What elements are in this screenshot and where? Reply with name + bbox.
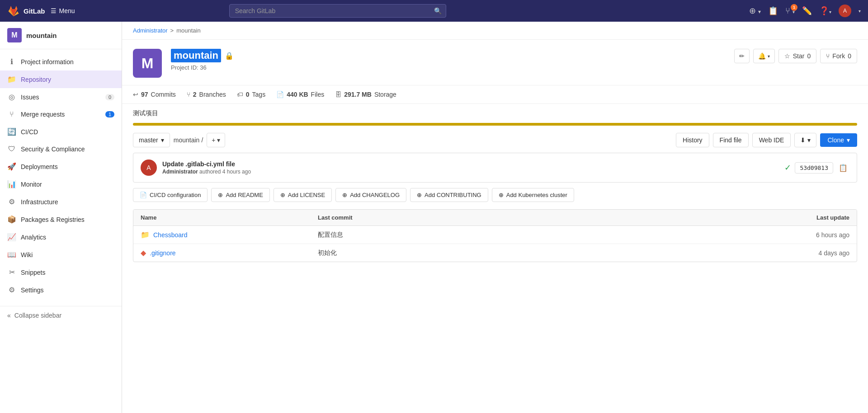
snippets-icon: ✂ [7, 268, 16, 277]
project-lock-icon: 🔒 [225, 52, 234, 60]
sidebar-item-label: Snippets [21, 269, 45, 276]
todo-icon[interactable]: ✏️ [802, 6, 812, 16]
sidebar-item-monitor[interactable]: 📊 Monitor [0, 175, 122, 193]
sidebar-item-label: CI/CD [21, 128, 38, 136]
merge-icon: ⑂ [7, 110, 16, 118]
stat-commits[interactable]: ↩ 97 Commits [133, 91, 176, 98]
sidebar-item-packages-registries[interactable]: 📦 Packages & Registries [0, 211, 122, 228]
clone-button[interactable]: Clone ▾ [820, 133, 857, 147]
add-contributing-button[interactable]: ⊕ Add CONTRIBUTING [410, 188, 488, 202]
sidebar-item-cicd[interactable]: 🔄 CI/CD [0, 123, 122, 141]
find-file-button[interactable]: Find file [713, 133, 749, 147]
file-commit-chessboard: 配置信息 [318, 231, 672, 239]
branch-chevron-icon: ▾ [161, 136, 164, 144]
edit-button[interactable]: ✏ [734, 49, 750, 63]
sidebar-item-label: Deployments [21, 163, 58, 170]
cicd-icon: 🔄 [7, 127, 16, 136]
breadcrumb-admin-link[interactable]: Administrator [133, 27, 168, 34]
issues-badge: 0 [105, 94, 114, 100]
breadcrumb: Administrator > mountain [122, 22, 868, 40]
wiki-icon: 📖 [7, 250, 16, 259]
branches-label: Branches [199, 91, 226, 98]
stat-files[interactable]: 📄 440 KB Files [276, 91, 324, 98]
sidebar-item-label: Merge requests [21, 111, 65, 118]
new-button[interactable]: ⊕ ▾ [749, 6, 761, 16]
sidebar-item-label: Analytics [21, 234, 46, 241]
sidebar-item-label: Issues [21, 94, 39, 101]
project-title-row: mountain 🔒 [171, 49, 725, 62]
sidebar-item-merge-requests[interactable]: ⑂ Merge requests 1 [0, 106, 122, 123]
commit-title[interactable]: Update .gitlab-ci.yml file [162, 160, 779, 168]
sidebar-item-infrastructure[interactable]: ⚙ Infrastructure [0, 193, 122, 211]
gitlab-logo[interactable]: GitLab [7, 5, 45, 17]
add-license-button[interactable]: ⊕ Add LICENSE [274, 188, 332, 202]
collapse-icon: « [7, 312, 11, 319]
sidebar-item-issues[interactable]: ◎ Issues 0 [0, 88, 122, 106]
stat-branches[interactable]: ⑂ 2 Branches [187, 91, 226, 98]
sidebar-item-label: Infrastructure [21, 198, 58, 206]
star-icon: ☆ [784, 52, 790, 60]
commits-count: 97 [141, 91, 148, 98]
add-kubernetes-button[interactable]: ⊕ Add Kubernetes cluster [492, 188, 574, 202]
notification-button[interactable]: 🔔 ▾ [753, 49, 775, 63]
project-actions: ✏ 🔔 ▾ ☆ Star 0 ⑂ Fork 0 [734, 49, 857, 63]
commit-author: Administrator [162, 169, 198, 175]
file-table-header: Name Last commit Last update [133, 210, 857, 226]
file-name-chessboard[interactable]: 📁 Chessboard [141, 230, 318, 239]
star-button[interactable]: ☆ Star 0 [778, 49, 816, 63]
menu-button[interactable]: ☰ Menu [51, 7, 75, 14]
repo-actions: History Find file Web IDE ⬇ ▾ Clone ▾ [676, 133, 857, 147]
cicd-config-button[interactable]: 📄 CI/CD configuration [133, 188, 208, 202]
history-button[interactable]: History [676, 133, 709, 147]
fork-button[interactable]: ⑂ Fork 0 [820, 49, 857, 63]
path-separator: / [201, 136, 203, 144]
branch-selector[interactable]: master ▾ [133, 133, 170, 147]
add-file-button[interactable]: + ▾ [207, 133, 225, 147]
sidebar-item-label: Settings [21, 286, 44, 294]
sidebar-item-security-compliance[interactable]: 🛡 Security & Compliance [0, 141, 122, 158]
download-button[interactable]: ⬇ ▾ [794, 133, 816, 147]
web-ide-button[interactable]: Web IDE [752, 133, 791, 147]
sidebar-item-wiki[interactable]: 📖 Wiki [0, 246, 122, 263]
sidebar-item-snippets[interactable]: ✂ Snippets [0, 263, 122, 281]
search-input[interactable] [229, 4, 446, 18]
download-icon: ⬇ [800, 136, 806, 144]
navbar: GitLab ☰ Menu 🔍 ⊕ ▾ 📋 ⑂ 1 ▾ ✏️ ❓▾ A ▾ [0, 0, 868, 22]
help-icon[interactable]: ❓▾ [819, 6, 831, 16]
add-changelog-button[interactable]: ⊕ Add CHANGELOG [335, 188, 406, 202]
sidebar-item-repository[interactable]: 📁 Repository [0, 70, 122, 88]
sidebar-item-deployments[interactable]: 🚀 Deployments [0, 158, 122, 175]
tags-icon: 🏷 [237, 91, 243, 98]
project-info: mountain 🔒 Project ID: 36 [171, 49, 725, 71]
files-size: 440 KB [287, 91, 308, 98]
add-readme-icon: ⊕ [218, 192, 223, 198]
copy-hash-button[interactable]: 📋 [837, 162, 849, 174]
repo-path: mountain [174, 136, 200, 144]
quick-actions: 📄 CI/CD configuration ⊕ Add README ⊕ Add… [122, 188, 868, 209]
file-date-gitignore: 4 days ago [672, 249, 849, 257]
user-avatar[interactable]: A [839, 5, 851, 17]
branches-icon: ⑂ [187, 91, 190, 98]
storage-icon: 🗄 [335, 91, 341, 98]
sidebar-item-settings[interactable]: ⚙ Settings [0, 281, 122, 299]
commit-meta: Administrator authored 4 hours ago [162, 169, 779, 175]
collapse-sidebar-button[interactable]: « Collapse sidebar [0, 306, 122, 324]
snippets-icon[interactable]: 📋 [768, 6, 778, 16]
storage-label: Storage [374, 91, 396, 98]
merge-requests-icon[interactable]: ⑂ 1 ▾ [785, 6, 795, 16]
avatar-dropdown[interactable]: ▾ [859, 9, 861, 14]
layout: M mountain ℹ Project information 📁 Repos… [0, 0, 868, 413]
sidebar-item-analytics[interactable]: 📈 Analytics [0, 228, 122, 246]
sidebar-item-label: Security & Compliance [21, 145, 85, 153]
add-readme-button[interactable]: ⊕ Add README [211, 188, 269, 202]
stats-row: ↩ 97 Commits ⑂ 2 Branches 🏷 0 Tags 📄 440… [122, 85, 868, 104]
stat-storage[interactable]: 🗄 291.7 MB Storage [335, 91, 396, 98]
sidebar-item-project-information[interactable]: ℹ Project information [0, 53, 122, 70]
sidebar-project-header: M mountain [0, 22, 122, 49]
commit-hash[interactable]: 53d09813 [795, 162, 833, 174]
stat-tags[interactable]: 🏷 0 Tags [237, 91, 265, 98]
search-icon: 🔍 [434, 7, 442, 14]
commit-row: A Update .gitlab-ci.yml file Administrat… [133, 153, 857, 183]
file-name-gitignore[interactable]: ◆ .gitignore [141, 249, 318, 257]
storage-size: 291.7 MB [344, 91, 372, 98]
